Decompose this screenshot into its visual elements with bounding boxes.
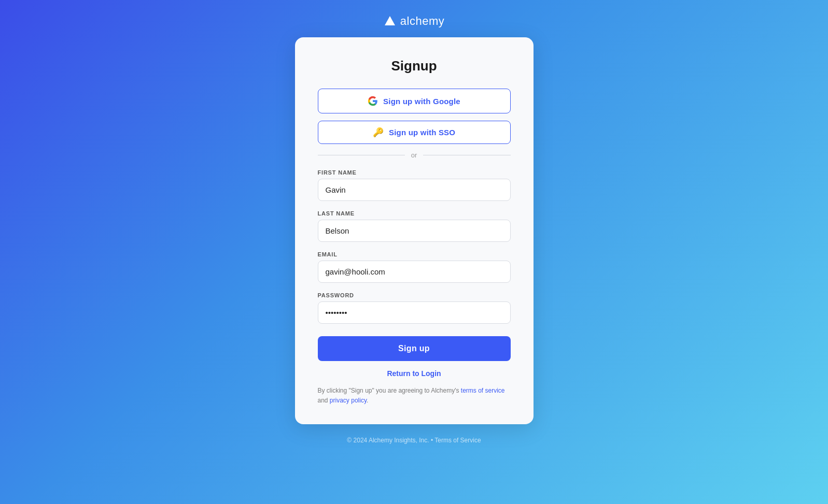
- first-name-group: FIRST NAME: [318, 169, 511, 201]
- divider-left-line: [318, 155, 405, 155]
- terms-text: By clicking "Sign up" you are agreeing t…: [318, 386, 511, 406]
- logo-text: alchemy: [400, 15, 444, 28]
- email-group: EMAIL: [318, 251, 511, 283]
- terms-middle: and: [318, 397, 330, 404]
- privacy-policy-link[interactable]: privacy policy: [330, 397, 367, 404]
- terms-of-service-link[interactable]: terms of service: [461, 387, 505, 394]
- last-name-label: LAST NAME: [318, 210, 511, 217]
- last-name-input[interactable]: [318, 220, 511, 242]
- sso-button-label: Sign up with SSO: [389, 128, 455, 137]
- logo-icon: [384, 15, 396, 27]
- divider-right-line: [423, 155, 510, 155]
- card-title: Signup: [318, 58, 511, 74]
- email-label: EMAIL: [318, 251, 511, 257]
- google-button-label: Sign up with Google: [383, 97, 460, 106]
- password-input[interactable]: [318, 301, 511, 324]
- password-label: PASSWORD: [318, 292, 511, 298]
- email-input[interactable]: [318, 261, 511, 283]
- google-signup-button[interactable]: Sign up with Google: [318, 89, 511, 113]
- google-icon: [368, 96, 378, 106]
- return-to-login-link[interactable]: Return to Login: [318, 369, 511, 378]
- divider: or: [318, 151, 511, 159]
- signup-button-label: Sign up: [398, 344, 430, 353]
- signup-card: Signup Sign up with Google 🔑 Sign up wit…: [295, 37, 534, 424]
- footer: © 2024 Alchemy Insights, Inc. • Terms of…: [347, 437, 481, 444]
- first-name-label: FIRST NAME: [318, 169, 511, 176]
- first-name-input[interactable]: [318, 179, 511, 201]
- last-name-group: LAST NAME: [318, 210, 511, 242]
- footer-text: © 2024 Alchemy Insights, Inc. • Terms of…: [347, 437, 481, 444]
- logo-area: alchemy: [384, 15, 444, 28]
- divider-text: or: [411, 151, 417, 159]
- signup-button[interactable]: Sign up: [318, 336, 511, 361]
- sso-signup-button[interactable]: 🔑 Sign up with SSO: [318, 121, 511, 144]
- terms-suffix: .: [367, 397, 368, 404]
- password-group: PASSWORD: [318, 292, 511, 324]
- key-icon: 🔑: [373, 128, 384, 137]
- terms-prefix: By clicking "Sign up" you are agreeing t…: [318, 387, 461, 394]
